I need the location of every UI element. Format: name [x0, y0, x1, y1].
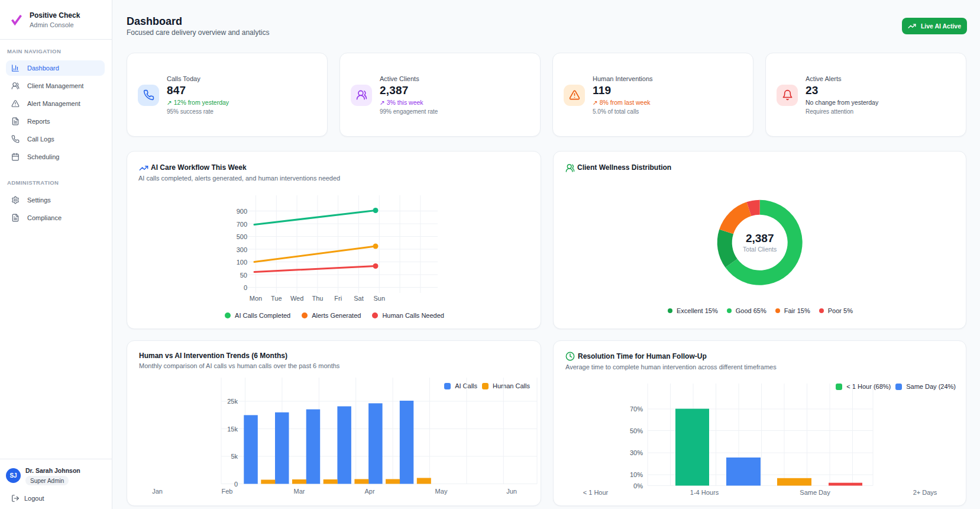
svg-text:100: 100 — [237, 259, 247, 266]
svg-text:Mon: Mon — [250, 295, 262, 302]
svg-text:500: 500 — [237, 233, 247, 240]
svg-text:Fri: Fri — [334, 295, 342, 302]
svg-text:2,387: 2,387 — [746, 232, 774, 244]
svg-text:Sun: Sun — [374, 295, 386, 302]
svg-text:Thu: Thu — [312, 295, 323, 302]
svg-text:Apr: Apr — [364, 488, 374, 495]
svg-text:Total Clients: Total Clients — [743, 246, 777, 253]
svg-text:2+ Days: 2+ Days — [913, 489, 937, 496]
svg-text:700: 700 — [237, 221, 247, 228]
svg-text:May: May — [435, 488, 448, 495]
svg-text:< 1 Hour: < 1 Hour — [583, 489, 609, 496]
svg-text:0%: 0% — [633, 482, 643, 489]
svg-text:0: 0 — [244, 284, 247, 291]
svg-text:Sat: Sat — [354, 295, 364, 302]
svg-text:Tue: Tue — [271, 295, 282, 302]
svg-text:300: 300 — [237, 246, 247, 253]
svg-text:900: 900 — [237, 208, 247, 215]
svg-text:Jan: Jan — [152, 488, 163, 495]
svg-text:70%: 70% — [630, 405, 643, 413]
svg-text:Mar: Mar — [294, 488, 305, 495]
svg-text:0: 0 — [234, 481, 238, 488]
svg-text:25k: 25k — [227, 398, 238, 405]
svg-text:10%: 10% — [630, 471, 643, 478]
svg-text:15k: 15k — [227, 426, 238, 433]
svg-text:50: 50 — [240, 272, 247, 279]
svg-text:Jun: Jun — [506, 488, 517, 495]
svg-text:Same Day: Same Day — [800, 489, 830, 496]
svg-text:1-4 Hours: 1-4 Hours — [690, 489, 719, 496]
svg-text:Feb: Feb — [222, 488, 233, 495]
svg-text:50%: 50% — [630, 427, 643, 434]
svg-text:5k: 5k — [231, 453, 238, 460]
svg-text:Wed: Wed — [290, 295, 303, 302]
svg-text:30%: 30% — [630, 449, 643, 456]
